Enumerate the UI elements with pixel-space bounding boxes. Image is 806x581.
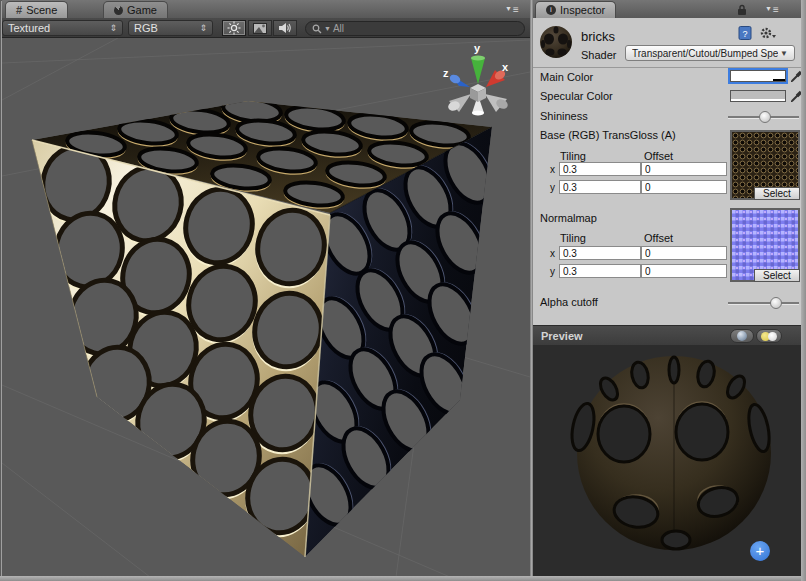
specular-color-label: Specular Color bbox=[540, 90, 613, 102]
gizmo-x-label[interactable]: x bbox=[502, 61, 509, 73]
render-paths-toggle-button[interactable] bbox=[248, 20, 272, 36]
normal-x-label: x bbox=[550, 248, 555, 259]
scene-grid-icon: # bbox=[16, 4, 22, 16]
base-tiling-label: Tiling bbox=[560, 150, 586, 162]
preview-lighting-toggle-button[interactable] bbox=[756, 329, 782, 343]
base-offset-label: Offset bbox=[644, 150, 673, 162]
lock-icon[interactable] bbox=[737, 4, 747, 16]
main-color-alpha-bar bbox=[731, 79, 785, 81]
normalmap-select-button[interactable]: Select bbox=[754, 269, 800, 282]
shader-label: Shader bbox=[581, 49, 616, 61]
scene-toolbar: Textured ⇕ RGB ⇕ bbox=[2, 18, 530, 38]
alpha-cutoff-slider-thumb[interactable] bbox=[770, 297, 782, 309]
search-filter-arrow-icon: ▼ bbox=[324, 25, 331, 32]
base-map-select-button[interactable]: Select bbox=[754, 187, 800, 200]
tab-game[interactable]: Game bbox=[103, 1, 168, 18]
help-icon[interactable]: ? bbox=[738, 26, 753, 40]
image-icon bbox=[253, 23, 267, 34]
normal-tiling-label: Tiling bbox=[560, 232, 586, 244]
normal-offset-y-field[interactable] bbox=[641, 264, 727, 278]
normal-y-label: y bbox=[550, 266, 555, 277]
unity-editor-window: # Scene Game ▼≡ Textured ⇕ RGB ⇕ bbox=[0, 0, 806, 581]
base-offset-y-field[interactable] bbox=[641, 180, 727, 194]
tab-scene[interactable]: # Scene bbox=[5, 1, 68, 18]
game-icon bbox=[114, 6, 123, 15]
gizmo-y-label[interactable]: y bbox=[474, 42, 481, 54]
normal-offset-label: Offset bbox=[644, 232, 673, 244]
channel-mode-value: RGB bbox=[134, 22, 158, 34]
svg-text:?: ? bbox=[742, 29, 747, 39]
updown-arrows-icon: ⇕ bbox=[109, 23, 117, 33]
normal-tiling-x-field[interactable] bbox=[559, 246, 641, 260]
speaker-icon bbox=[278, 22, 292, 34]
base-x-label: x bbox=[550, 164, 555, 175]
base-y-label: y bbox=[550, 182, 555, 193]
sphere-icon bbox=[737, 331, 747, 341]
tab-inspector[interactable]: i Inspector bbox=[535, 1, 616, 18]
info-icon: i bbox=[546, 5, 556, 15]
window-bottom-edge bbox=[0, 576, 806, 581]
base-tiling-y-field[interactable] bbox=[559, 180, 641, 194]
sun-icon bbox=[227, 21, 241, 35]
search-value: All bbox=[333, 23, 344, 34]
main-color-label: Main Color bbox=[540, 71, 593, 83]
main-color-swatch[interactable] bbox=[730, 70, 786, 82]
base-map-label: Base (RGB) TransGloss (A) bbox=[540, 129, 676, 141]
gear-icon[interactable] bbox=[759, 26, 777, 40]
preview-title: Preview bbox=[541, 330, 583, 342]
normal-offset-x-field[interactable] bbox=[641, 246, 727, 260]
channel-mode-dropdown[interactable]: RGB ⇕ bbox=[128, 20, 213, 36]
normalmap-label: Normalmap bbox=[540, 212, 597, 224]
alpha-cutoff-slider-track[interactable] bbox=[728, 302, 799, 305]
scene-tabbar: # Scene Game ▼≡ bbox=[2, 0, 530, 19]
material-name: bricks bbox=[581, 29, 615, 44]
inspector-pane-menu-icon[interactable]: ▼≡ bbox=[765, 4, 780, 15]
preview-header[interactable]: Preview bbox=[533, 325, 801, 345]
scene-pane-menu-icon[interactable]: ▼≡ bbox=[505, 4, 520, 15]
shininess-label: Shininess bbox=[540, 110, 588, 122]
search-icon bbox=[312, 24, 322, 34]
material-header: bricks Shader Transparent/Cutout/Bumped … bbox=[533, 18, 801, 68]
normal-tiling-y-field[interactable] bbox=[559, 264, 641, 278]
add-button[interactable]: + bbox=[750, 541, 770, 561]
inspector-tabbar: i Inspector ▼≡ bbox=[533, 0, 801, 19]
updown-arrows-icon: ⇕ bbox=[199, 23, 207, 33]
render-mode-dropdown[interactable]: Textured ⇕ bbox=[2, 20, 123, 36]
tab-inspector-label: Inspector bbox=[560, 4, 605, 16]
specular-color-swatch[interactable] bbox=[730, 90, 786, 102]
shader-value: Transparent/Cutout/Bumped Spe bbox=[632, 48, 778, 59]
light-off-icon bbox=[768, 332, 777, 341]
preview-mesh-toggle-button[interactable] bbox=[730, 329, 754, 343]
alpha-cutoff-label: Alpha cutoff bbox=[540, 296, 598, 308]
tab-game-label: Game bbox=[127, 4, 157, 16]
scene-panel: # Scene Game ▼≡ Textured ⇕ RGB ⇕ bbox=[2, 0, 530, 576]
preview-area[interactable]: + bbox=[533, 345, 801, 576]
material-sphere-icon bbox=[538, 24, 574, 60]
window-right-edge bbox=[801, 0, 806, 581]
base-tiling-x-field[interactable] bbox=[559, 162, 641, 176]
inspector-panel: i Inspector ▼≡ bbox=[533, 0, 801, 576]
base-offset-x-field[interactable] bbox=[641, 162, 727, 176]
shininess-slider-thumb[interactable] bbox=[759, 111, 771, 123]
render-mode-value: Textured bbox=[8, 22, 50, 34]
scene-viewport[interactable]: y x z bbox=[2, 38, 530, 576]
audio-toggle-button[interactable] bbox=[273, 20, 297, 36]
tab-scene-label: Scene bbox=[26, 4, 57, 16]
lighting-toggle-button[interactable] bbox=[222, 20, 246, 36]
specular-color-alpha-bar bbox=[731, 99, 785, 101]
gizmo-z-label[interactable]: z bbox=[443, 67, 449, 79]
shader-dropdown[interactable]: Transparent/Cutout/Bumped Spe ▼ bbox=[625, 45, 795, 61]
dropdown-arrow-icon: ▼ bbox=[780, 49, 788, 58]
scene-search-field[interactable]: ▼ All bbox=[305, 21, 525, 36]
